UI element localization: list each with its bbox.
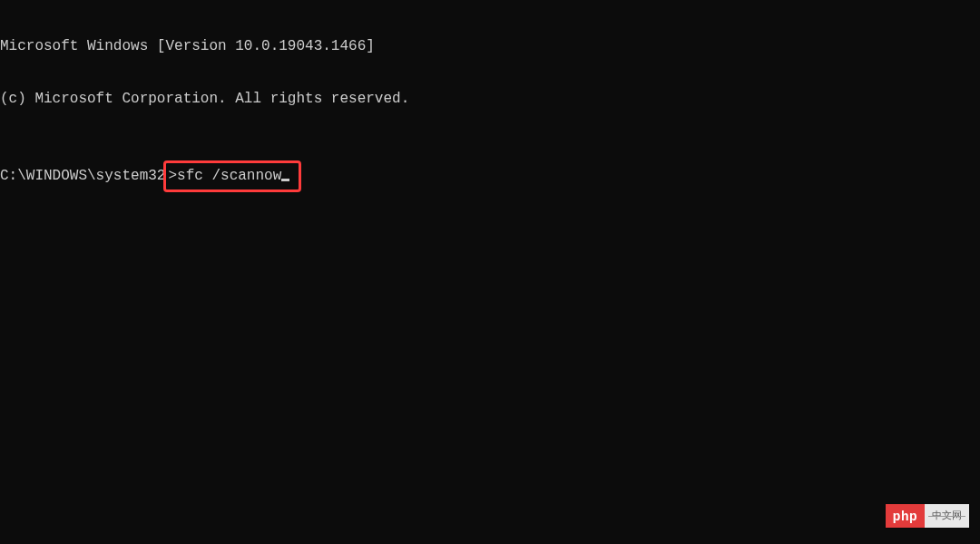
- copyright-line: (c) Microsoft Corporation. All rights re…: [0, 91, 980, 108]
- highlighted-command: > sfc /scannow: [163, 160, 301, 192]
- prompt-path: C:\WINDOWS\system32: [0, 168, 165, 185]
- watermark-right: 中文网: [925, 504, 969, 528]
- watermark-left: php: [886, 504, 925, 528]
- prompt-line: C:\WINDOWS\system32 > sfc /scannow: [0, 160, 980, 192]
- text-cursor: [281, 179, 289, 181]
- watermark-badge: php 中文网: [886, 504, 969, 528]
- version-line: Microsoft Windows [Version 10.0.19043.14…: [0, 38, 980, 55]
- command-input[interactable]: sfc /scannow: [177, 168, 281, 185]
- prompt-symbol: >: [168, 168, 177, 185]
- terminal-output[interactable]: Microsoft Windows [Version 10.0.19043.14…: [0, 0, 980, 209]
